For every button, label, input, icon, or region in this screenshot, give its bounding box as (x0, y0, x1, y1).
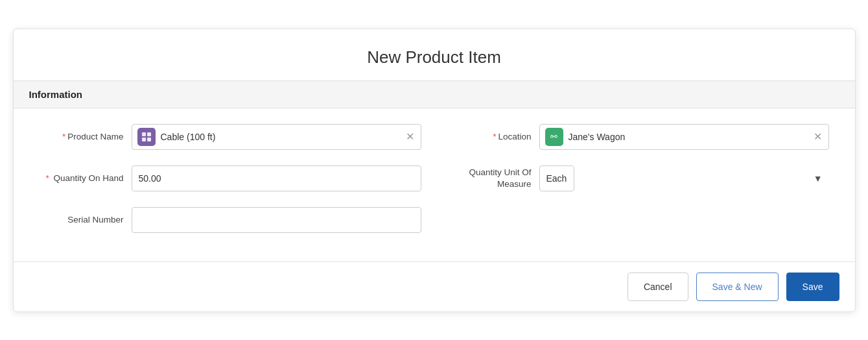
location-group: *Location ⚯ ✕ (447, 124, 829, 150)
cancel-button[interactable]: Cancel (628, 273, 688, 301)
chevron-down-icon: ▼ (814, 173, 823, 184)
form-body: *Product Name ✕ (14, 108, 855, 261)
required-marker-location: * (493, 132, 496, 141)
new-product-modal: New Product Item Information *Product Na… (13, 29, 856, 312)
quantity-group: * Quantity On Hand (40, 165, 421, 191)
serial-label: Serial Number (40, 215, 124, 225)
save-button[interactable]: Save (786, 273, 839, 301)
qty-unit-label: Quantity Unit Of Measure (447, 167, 532, 189)
product-name-input-wrapper[interactable]: ✕ (132, 124, 421, 150)
form-row-1: *Product Name ✕ (40, 124, 829, 150)
location-icon: ⚯ (545, 128, 563, 146)
required-marker-qty: * (45, 173, 49, 183)
location-input-wrapper[interactable]: ⚯ ✕ (539, 124, 829, 150)
qty-unit-select-wrapper: Each ▼ (539, 165, 829, 191)
save-new-button[interactable]: Save & New (696, 273, 779, 301)
quantity-label: * Quantity On Hand (40, 173, 124, 183)
location-field[interactable] (569, 132, 807, 142)
form-row-2: * Quantity On Hand Quantity Unit Of Meas… (40, 165, 829, 191)
qty-unit-select[interactable]: Each (539, 165, 574, 191)
serial-group: Serial Number (40, 207, 421, 233)
location-label: *Location (447, 132, 532, 141)
grid-icon (142, 132, 151, 141)
serial-number-field[interactable] (132, 207, 421, 233)
product-icon (137, 128, 156, 146)
qty-unit-group: Quantity Unit Of Measure Each ▼ (447, 165, 829, 191)
section-label: Information (29, 89, 83, 100)
location-clear-button[interactable]: ✕ (812, 132, 823, 142)
form-row-3: Serial Number (40, 207, 829, 233)
modal-title: New Product Item (14, 29, 855, 80)
product-name-clear-button[interactable]: ✕ (405, 132, 416, 142)
section-header: Information (14, 80, 855, 108)
product-name-group: *Product Name ✕ (40, 124, 421, 150)
product-name-field[interactable] (161, 132, 399, 142)
product-name-label: *Product Name (40, 132, 124, 141)
modal-footer: Cancel Save & New Save (14, 261, 855, 311)
quantity-field[interactable] (132, 165, 421, 191)
required-marker: * (62, 132, 65, 141)
